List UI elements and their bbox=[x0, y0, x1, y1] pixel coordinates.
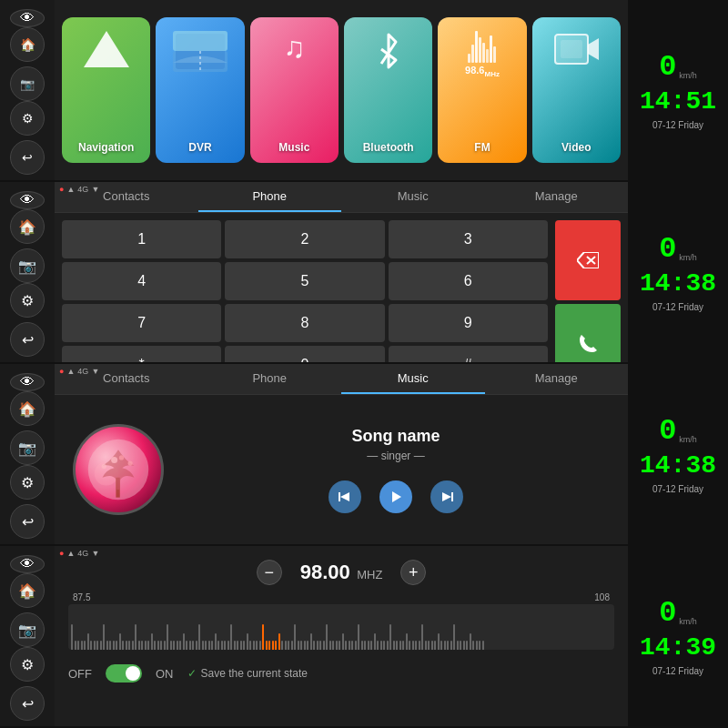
sidebar-home: 👁 🏠 📷 ⚙ ↩ bbox=[0, 0, 55, 180]
phone-action-btns bbox=[555, 213, 628, 362]
tab-phone-m[interactable]: Phone bbox=[198, 364, 342, 394]
bt-phone-content: Contacts Phone Music Manage 1 2 3 4 5 6 … bbox=[55, 182, 628, 362]
time-2: 14:38 bbox=[640, 270, 716, 298]
call-icon bbox=[578, 334, 598, 354]
key-5[interactable]: 5 bbox=[225, 262, 384, 300]
freq-minus-btn[interactable]: − bbox=[257, 560, 282, 585]
play-icon bbox=[389, 490, 402, 503]
settings-btn-4[interactable]: ⚙ bbox=[10, 647, 45, 682]
kmh-2: km/h bbox=[679, 253, 697, 266]
fm-icon: 98.6MHz bbox=[438, 31, 526, 78]
camera-icon: 👁 bbox=[20, 10, 35, 26]
freq-plus-btn[interactable]: + bbox=[400, 560, 426, 585]
tab-phone[interactable]: Phone bbox=[198, 182, 342, 212]
bt-label: Bluetooth bbox=[363, 141, 414, 154]
bt-tabs: Contacts Phone Music Manage bbox=[55, 182, 628, 213]
settings-btn-3[interactable]: ⚙ bbox=[10, 465, 45, 500]
music-controls bbox=[182, 480, 610, 513]
svg-rect-20 bbox=[451, 492, 453, 501]
dvr-label: DVR bbox=[188, 141, 211, 154]
svg-point-16 bbox=[102, 464, 106, 469]
date-4: 07-12 Friday bbox=[652, 666, 703, 676]
back-btn-2[interactable]: ↩ bbox=[10, 322, 45, 357]
back-btn[interactable]: ↩ bbox=[10, 140, 45, 175]
delete-btn[interactable] bbox=[555, 220, 621, 300]
camera-btn-3[interactable]: 👁 bbox=[10, 373, 45, 391]
back-btn-3[interactable]: ↩ bbox=[10, 504, 45, 539]
nav-app-card[interactable]: Navigation bbox=[62, 17, 150, 163]
kmh-1: km/h bbox=[679, 71, 697, 84]
camera-btn[interactable]: 👁 bbox=[10, 9, 45, 27]
back-btn-4[interactable]: ↩ bbox=[10, 686, 45, 721]
svg-rect-17 bbox=[339, 492, 340, 501]
song-name: Song name bbox=[182, 427, 610, 446]
save-state-label: ✓ Save the current state bbox=[187, 667, 308, 680]
svg-rect-6 bbox=[561, 40, 582, 58]
video-app-card[interactable]: Video bbox=[532, 17, 621, 163]
date-2: 07-12 Friday bbox=[652, 302, 703, 312]
svg-marker-21 bbox=[442, 492, 451, 501]
speed-3: 0 bbox=[659, 414, 676, 448]
svg-marker-19 bbox=[392, 491, 401, 502]
home-btn-3[interactable]: 🏠 bbox=[10, 391, 45, 426]
key-6[interactable]: 6 bbox=[389, 262, 548, 300]
fm-radio-panel: 👁 🏠 📷 ⚙ ↩ − 98.00 MHZ + 87.5 108 bbox=[0, 546, 728, 728]
key-1[interactable]: 1 bbox=[62, 220, 221, 258]
cam2-icon: 📷 bbox=[20, 77, 35, 91]
status-right-2: 0 km/h 14:38 07-12 Friday bbox=[628, 182, 728, 362]
sidebar-fm: 👁 🏠 📷 ⚙ ↩ bbox=[0, 546, 55, 726]
cam3-btn[interactable]: 📷 bbox=[10, 248, 45, 283]
dvr-icon bbox=[156, 31, 244, 72]
music-player: Song name — singer — bbox=[55, 395, 628, 544]
checkmark-icon: ✓ bbox=[187, 667, 197, 680]
tab-manage[interactable]: Manage bbox=[485, 182, 629, 212]
settings-btn-2[interactable]: ⚙ bbox=[10, 283, 45, 318]
key-2[interactable]: 2 bbox=[225, 220, 384, 258]
cam2-btn[interactable]: 📷 bbox=[10, 66, 45, 101]
bt-app-card[interactable]: Bluetooth bbox=[344, 17, 432, 163]
key-8[interactable]: 8 bbox=[225, 304, 384, 342]
fm-app-card[interactable]: 98.6MHz FM bbox=[438, 17, 526, 163]
key-hash[interactable]: # bbox=[389, 346, 548, 362]
tab-manage-m[interactable]: Manage bbox=[485, 364, 629, 394]
svg-marker-5 bbox=[588, 38, 599, 60]
home-btn-4[interactable]: 🏠 bbox=[10, 573, 45, 608]
key-9[interactable]: 9 bbox=[389, 304, 548, 342]
time-3: 14:38 bbox=[640, 452, 716, 480]
settings-btn[interactable]: ⚙ bbox=[10, 101, 45, 136]
music-content-area: Contacts Phone Music Manage bbox=[55, 364, 628, 544]
song-info: Song name — singer — bbox=[182, 427, 610, 513]
bt-icon bbox=[344, 31, 432, 71]
key-3[interactable]: 3 bbox=[389, 220, 548, 258]
singer-name: — singer — bbox=[182, 450, 610, 462]
tab-music-m[interactable]: Music bbox=[341, 364, 485, 394]
nav-label: Navigation bbox=[78, 141, 134, 154]
play-btn[interactable] bbox=[379, 480, 412, 513]
save-text: Save the current state bbox=[201, 667, 308, 680]
home-icon: 🏠 bbox=[20, 37, 35, 52]
call-btn[interactable] bbox=[555, 304, 621, 362]
home-btn[interactable]: 🏠 bbox=[10, 27, 45, 62]
fm-toggle[interactable] bbox=[106, 664, 142, 682]
video-icon bbox=[532, 31, 621, 67]
speed-2: 0 bbox=[659, 232, 676, 266]
music-tabs: Contacts Phone Music Manage bbox=[55, 364, 628, 395]
key-7[interactable]: 7 bbox=[62, 304, 221, 342]
freq-value: 98.00 bbox=[300, 561, 350, 583]
cam4-btn[interactable]: 📷 bbox=[10, 430, 45, 465]
music-app-card[interactable]: ♫ Music bbox=[250, 17, 339, 163]
key-star[interactable]: * bbox=[62, 346, 221, 362]
dvr-app-card[interactable]: DVR bbox=[156, 17, 244, 163]
key-0[interactable]: 0 bbox=[225, 346, 384, 362]
camera-btn-4[interactable]: 👁 bbox=[10, 555, 45, 573]
prev-btn[interactable] bbox=[329, 480, 361, 513]
home-btn-2[interactable]: 🏠 bbox=[10, 209, 45, 244]
tab-music[interactable]: Music bbox=[341, 182, 485, 212]
next-btn[interactable] bbox=[430, 480, 463, 513]
date-3: 07-12 Friday bbox=[652, 484, 703, 494]
key-4[interactable]: 4 bbox=[62, 262, 221, 300]
music-icon: ♫ bbox=[250, 31, 339, 65]
cam5-btn[interactable]: 📷 bbox=[10, 612, 45, 647]
camera-btn-2[interactable]: 👁 bbox=[10, 191, 45, 209]
freq-control: − 98.00 MHZ + bbox=[68, 560, 614, 585]
